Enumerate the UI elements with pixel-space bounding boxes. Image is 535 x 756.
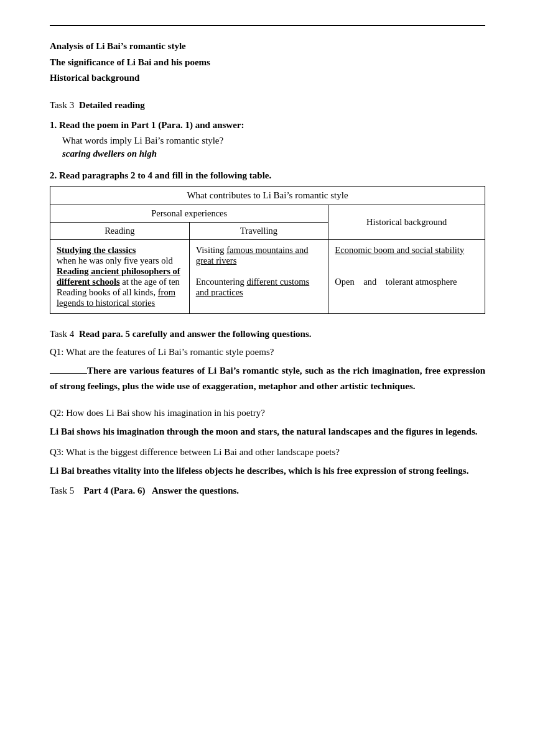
task4-q2-text: Q2: How does Li Bai show his imagination… (50, 405, 485, 420)
top-divider (50, 25, 485, 26)
visiting-text: Visiting (196, 245, 226, 255)
header-line3: Historical background (50, 70, 485, 86)
task3-header: Task 3 Detailed reading (50, 98, 485, 113)
task4-q2-answer: Li Bai shows his imagination through the… (50, 424, 485, 440)
q2-header: 2. Read paragraphs 2 to 4 and fill in th… (50, 170, 485, 181)
historical-cell: Economic boom and social stability Open … (328, 239, 485, 313)
task5-label-plain: Task 5 (50, 486, 74, 496)
open-tolerant: Open and tolerant atmosphere (335, 277, 457, 287)
question1-section: 1. Read the poem in Part 1 (Para. 1) and… (50, 120, 485, 159)
encountering-text: Encountering (196, 277, 247, 287)
table-content-row: Studying the classics when he was only f… (50, 239, 485, 313)
question2-section: 2. Read paragraphs 2 to 4 and fill in th… (50, 170, 485, 314)
task4-q1-text: Q1: What are the features of Li Bai’s ro… (50, 344, 485, 359)
personal-exp-header: Personal experiences (50, 205, 328, 222)
task4-label-plain: Task 4 (50, 329, 74, 339)
table-main-title-row: What contributes to Li Bai’s romantic st… (50, 186, 485, 205)
reading-sub-header: Reading (50, 222, 190, 239)
task3-label: Task 3 Detailed reading (50, 100, 145, 110)
task4-q3-answer: Li Bai breathes vitality into the lifele… (50, 463, 485, 479)
q1-answer: scaring dwellers on high (62, 149, 485, 159)
q1-text: What words imply Li Bai’s romantic style… (62, 136, 485, 146)
economic-boom: Economic boom and social stability (335, 245, 464, 255)
task4-header: Task 4 Read para. 5 carefully and answer… (50, 329, 485, 339)
reading-line5: Reading books of all kinds, (57, 287, 158, 297)
task4-label-bold: Read para. 5 carefully and answer the fo… (79, 329, 312, 339)
reading-cell: Studying the classics when he was only f… (50, 239, 190, 313)
reading-line4: at the age of ten (122, 277, 180, 287)
task4-q3-text: Q3: What is the biggest difference betwe… (50, 445, 485, 459)
q1-header: 1. Read the poem in Part 1 (Para. 1) and… (50, 120, 485, 131)
task4-q1-answer-bold: There are various features of Li Bai’s r… (50, 366, 485, 392)
studying-classics: Studying the classics (57, 245, 136, 255)
travelling-cell: Visiting famous mountains and great rive… (189, 239, 328, 313)
task4-section: Task 4 Read para. 5 carefully and answer… (50, 329, 485, 496)
task4-q1-answer: There are various features of Li Bai’s r… (50, 363, 485, 395)
reading-table: What contributes to Li Bai’s romantic st… (50, 186, 485, 314)
header-line2: The significance of Li Bai and his poems (50, 55, 485, 71)
historical-bg-header: Historical background (328, 205, 485, 239)
reading-line2: when he was only five years old (57, 256, 173, 265)
travelling-sub-header: Travelling (189, 222, 328, 239)
answer-underline-prefix (50, 373, 87, 374)
task5-label-bold: Part 4 (Para. 6) Answer the questions. (83, 486, 239, 496)
header-line1: Analysis of Li Bai’s romantic style (50, 39, 485, 55)
table-col-headers-row: Personal experiences Historical backgrou… (50, 205, 485, 222)
table-main-title: What contributes to Li Bai’s romantic st… (50, 186, 485, 205)
header-section: Analysis of Li Bai’s romantic style The … (50, 39, 485, 86)
task5-header: Task 5 Part 4 (Para. 6) Answer the quest… (50, 486, 485, 496)
